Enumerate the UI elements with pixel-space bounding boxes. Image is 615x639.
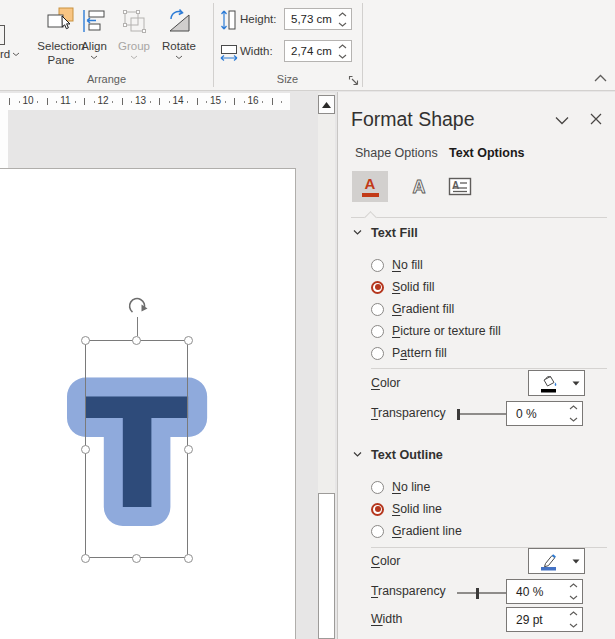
height-value: 5,73 cm (291, 13, 332, 25)
align-label: Align (81, 39, 107, 53)
handle-bottom-right[interactable] (184, 554, 193, 563)
slider-thumb[interactable] (476, 588, 479, 599)
scrollbar-thumb[interactable] (318, 493, 335, 639)
powerpoint-window: rd Selection Pane Align (0, 0, 615, 639)
width-label: Width: (240, 45, 273, 57)
handle-middle-left[interactable] (81, 445, 90, 454)
handle-bottom-left[interactable] (81, 554, 90, 563)
section-divider (351, 217, 607, 218)
section-divider (371, 368, 607, 369)
arrange-group-label: Arrange (0, 73, 213, 85)
collapse-section-icon (353, 229, 362, 235)
outline-transparency-label: Transparency (371, 584, 446, 599)
text-fill-and-outline-button[interactable]: A (352, 171, 388, 202)
outline-width-spin-up[interactable] (566, 608, 581, 620)
chevron-down-icon (90, 55, 98, 60)
radio-label: Solid line (392, 502, 442, 516)
width-value: 2,74 cm (291, 45, 332, 57)
handle-top-middle[interactable] (132, 336, 141, 345)
height-icon (220, 9, 236, 31)
handle-bottom-middle[interactable] (132, 554, 141, 563)
width-spin-up[interactable] (335, 41, 350, 51)
radio-option-picture-fill[interactable]: Picture or texture fill (371, 321, 501, 341)
outline-transparency-field[interactable]: 40 % (506, 579, 583, 604)
width-field[interactable]: 2,74 cm (284, 40, 352, 62)
outline-transparency-value: 40 % (516, 585, 543, 599)
slider-thumb[interactable] (457, 409, 460, 420)
radio-circle (371, 481, 384, 494)
outline-width-field[interactable]: 29 pt (506, 607, 583, 632)
dropdown-arrow-icon (572, 559, 580, 564)
radio-circle (371, 325, 384, 338)
textbox-button[interactable]: A (442, 171, 478, 202)
radio-option-pattern-fill[interactable]: Pattern fill (371, 343, 447, 363)
radio-option-no-fill[interactable]: No fill (371, 255, 423, 275)
textbox-icon: A (448, 176, 473, 197)
radio-label: Picture or texture fill (392, 324, 501, 338)
fill-transparency-spin-down[interactable] (566, 414, 581, 426)
outline-transparency-spin-down[interactable] (566, 592, 581, 604)
group-icon (121, 8, 147, 34)
paint-bucket-icon (539, 374, 559, 393)
height-field[interactable]: 5,73 cm (284, 8, 352, 30)
outline-width-spin-down[interactable] (566, 620, 581, 632)
size-dialog-launcher[interactable] (347, 74, 360, 87)
outline-color-button[interactable] (528, 548, 585, 574)
clipped-button-label: rd (0, 47, 10, 61)
dropdown-arrow-icon (572, 381, 580, 386)
width-icon (219, 44, 239, 61)
fill-color-button[interactable] (528, 370, 585, 396)
group-divider (362, 3, 363, 87)
fill-transparency-field[interactable]: 0 % (506, 401, 583, 426)
chevron-down-icon (555, 116, 569, 125)
collapse-ribbon-icon[interactable] (594, 74, 607, 82)
radio-option-gradient-fill[interactable]: Gradient fill (371, 299, 454, 319)
radio-label: Gradient line (392, 524, 462, 538)
size-group-label: Size (213, 73, 362, 85)
scroll-up-button[interactable] (318, 95, 335, 114)
height-spin-down[interactable] (335, 19, 350, 29)
text-outline-header[interactable]: Text Outline (371, 448, 443, 462)
fill-transparency-slider[interactable] (457, 408, 507, 420)
text-fill-header[interactable]: Text Fill (371, 226, 418, 240)
format-shape-pane: Format Shape Shape Options Text Options … (337, 92, 615, 639)
radio-label: Solid fill (392, 280, 434, 294)
radio-circle (371, 303, 384, 316)
tab-text-options[interactable]: Text Options (449, 146, 524, 160)
pane-options-button[interactable] (552, 112, 572, 128)
close-icon (590, 113, 602, 125)
collapse-section-icon (353, 451, 362, 457)
radio-option-solid-line[interactable]: Solid line (371, 499, 442, 519)
text-effects-button[interactable]: A (401, 171, 437, 202)
text-fill-icon: A (365, 176, 376, 191)
chevron-down-icon (175, 55, 183, 60)
radio-label: No fill (392, 258, 423, 272)
radio-option-no-line[interactable]: No line (371, 477, 430, 497)
text-effects-icon: A (408, 176, 430, 198)
pane-close-button[interactable] (586, 110, 606, 128)
selection-pane-icon (44, 6, 78, 36)
chevron-down-icon (12, 52, 20, 57)
outline-transparency-spin-up[interactable] (566, 580, 581, 592)
pencil-icon (539, 552, 559, 571)
radio-circle (371, 259, 384, 272)
rotation-handle[interactable] (126, 295, 148, 317)
tab-shape-options[interactable]: Shape Options (355, 146, 438, 160)
vertical-ruler-edge (0, 110, 8, 168)
handle-top-right[interactable] (184, 336, 193, 345)
slider-track (457, 413, 507, 415)
outline-transparency-slider[interactable] (457, 587, 507, 599)
width-spin-down[interactable] (335, 51, 350, 61)
fill-color-label: Color (371, 376, 400, 391)
handle-top-left[interactable] (81, 336, 90, 345)
fill-transparency-label: Transparency (371, 406, 446, 421)
selection-rectangle (85, 340, 188, 558)
radio-option-gradient-line[interactable]: Gradient line (371, 521, 462, 541)
handle-middle-right[interactable] (184, 445, 193, 454)
height-spin-up[interactable] (335, 9, 350, 19)
pane-title: Format Shape (351, 108, 475, 131)
fill-transparency-spin-up[interactable] (566, 402, 581, 414)
fill-transparency-value: 0 % (516, 407, 537, 421)
radio-option-solid-fill[interactable]: Solid fill (371, 277, 434, 297)
selection-pane-label-2: Pane (48, 54, 75, 66)
